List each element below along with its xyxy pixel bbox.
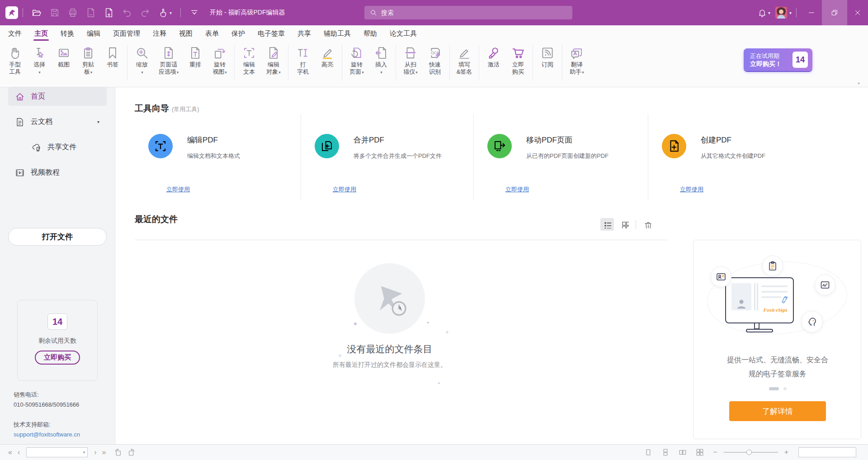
tool-translate-assistant[interactable]: 翻译 助手▾ xyxy=(565,44,589,76)
open-file-button[interactable]: 打开文件 xyxy=(8,228,107,246)
menu-item-paper-tools[interactable]: 论文工具 xyxy=(383,25,423,42)
minimize-button[interactable] xyxy=(801,0,822,25)
tool-reflow[interactable]: 重排 xyxy=(183,44,208,76)
menu-item-home[interactable]: 主页 xyxy=(28,25,54,42)
tool-quick-ocr[interactable]: 快速 识别 xyxy=(423,44,447,76)
tool-highlight[interactable]: 高亮 xyxy=(315,44,340,76)
tool-buy-now[interactable]: 立即 购买 xyxy=(506,44,530,76)
window-title: 开始 - 福昕高级PDF编辑器 xyxy=(210,9,285,17)
carousel-dot[interactable] xyxy=(783,387,787,390)
avatar[interactable] xyxy=(775,7,787,19)
insert-pages-icon[interactable] xyxy=(100,5,118,20)
tool-subscribe[interactable]: 订阅 xyxy=(535,44,560,76)
tool-typewriter[interactable]: 打 字机 xyxy=(291,44,315,76)
menu-item-help[interactable]: 帮助 xyxy=(357,25,383,42)
menu-item-form[interactable]: 表单 xyxy=(199,25,225,42)
sidebar-item-home[interactable]: 首页 xyxy=(8,87,107,106)
print-icon[interactable] xyxy=(64,5,82,20)
zoom-in-button[interactable]: + xyxy=(782,447,791,458)
tool-clipboard[interactable]: 剪贴 板▾ xyxy=(76,44,100,76)
menu-item-organize[interactable]: 页面管理 xyxy=(107,25,146,42)
list-view-button[interactable] xyxy=(600,218,614,231)
save-icon[interactable] xyxy=(46,5,64,20)
redo-icon[interactable] xyxy=(136,5,154,20)
trial-banner-button[interactable]: 正在试用期 立即购买！ 14 xyxy=(744,48,812,71)
zoom-percent-box[interactable] xyxy=(798,447,856,457)
delete-pages-icon[interactable] xyxy=(82,5,100,20)
tool-insert-pages xyxy=(374,46,388,60)
search-input[interactable] xyxy=(381,9,553,16)
next-page-button[interactable]: › xyxy=(91,447,99,458)
close-button[interactable] xyxy=(847,0,868,25)
facing-continuous-view-button[interactable] xyxy=(693,447,707,458)
open-file-icon[interactable] xyxy=(28,5,46,20)
menu-item-protect[interactable]: 保护 xyxy=(225,25,251,42)
sidebar-item-cloud-docs[interactable]: 云文档 ▾ xyxy=(8,113,107,131)
last-page-button[interactable]: » xyxy=(99,447,109,458)
use-now-link[interactable]: 立即使用 xyxy=(505,185,529,194)
menu-item-accessibility[interactable]: 辅助工具 xyxy=(317,25,357,42)
sidebar-item-home xyxy=(15,92,25,102)
tool-rotate-pages[interactable]: 旋转 页面▾ xyxy=(344,44,369,76)
use-now-link[interactable]: 立即使用 xyxy=(166,185,190,194)
previous-page-button[interactable]: ‹ xyxy=(15,447,23,458)
card-create-pdf[interactable]: 创建PDF 从其它格式文件创建PDF 立即使用 xyxy=(648,114,838,201)
tool-edit-object[interactable]: 编辑 对象▾ xyxy=(261,44,286,76)
grid-view-button[interactable] xyxy=(618,218,632,231)
tool-rotate-view[interactable]: 旋转 视图▾ xyxy=(208,44,232,76)
collapse-ribbon-icon[interactable] xyxy=(185,5,203,20)
first-page-button[interactable]: « xyxy=(5,447,15,458)
sidebar-item-video-tutorials[interactable]: 视频教程 xyxy=(8,163,107,182)
menu-item-edit[interactable]: 编辑 xyxy=(80,25,107,42)
chevron-down-icon[interactable]: ▾ xyxy=(789,10,792,15)
menu-item-comment[interactable]: 注释 xyxy=(146,25,173,42)
restore-button[interactable] xyxy=(822,0,847,25)
search-box[interactable] xyxy=(364,6,572,19)
continuous-view-button[interactable] xyxy=(659,447,672,458)
menu-item-file[interactable]: 文件 xyxy=(2,25,28,42)
learn-more-button[interactable]: 了解详情 xyxy=(729,401,826,421)
tool-insert-pages[interactable]: 插入 ▾ xyxy=(369,44,393,76)
rotate-right-button[interactable] xyxy=(125,447,138,458)
tool-fit-page-options[interactable]: 页面适 应选项▾ xyxy=(154,44,183,76)
menu-item-esign[interactable]: 电子签章 xyxy=(251,25,291,42)
support-email-link[interactable]: support@foxitsoftware.cn xyxy=(14,430,80,439)
empty-state-illustration xyxy=(354,263,425,334)
page-number-input[interactable]: ▾ xyxy=(26,447,88,457)
card-merge-pdf[interactable]: 合并PDF 将多个文件合并生成一个PDF文件 立即使用 xyxy=(301,114,473,201)
facing-view-button[interactable] xyxy=(676,447,689,458)
card-edit-pdf[interactable]: 编辑PDF 编辑文档和文本格式 立即使用 xyxy=(135,114,301,201)
buy-now-button[interactable]: 立即购买 xyxy=(35,351,80,365)
zoom-out-button[interactable]: − xyxy=(710,447,720,458)
single-page-view-button[interactable] xyxy=(642,447,655,458)
zoom-slider-handle[interactable] xyxy=(746,450,752,455)
chevron-down-icon[interactable]: ▾ xyxy=(97,119,99,124)
menu-item-convert[interactable]: 转换 xyxy=(54,25,80,42)
signature-pad-icon xyxy=(815,275,835,295)
chevron-down-icon[interactable]: ▾ xyxy=(83,450,85,455)
menu-item-view[interactable]: 视图 xyxy=(173,25,199,42)
use-now-link[interactable]: 立即使用 xyxy=(680,185,703,194)
tool-hand[interactable]: 手型 工具 xyxy=(3,44,27,76)
tool-edit-text[interactable]: 编辑 文本 xyxy=(237,44,261,76)
card-move-pdf-pages[interactable]: 移动PDF页面 从已有的PDF页面创建新的PDF 立即使用 xyxy=(473,114,648,201)
rotate-left-button[interactable] xyxy=(111,447,125,458)
app-logo[interactable] xyxy=(5,6,18,19)
tool-zoom[interactable]: 缩放 ▾ xyxy=(130,44,154,76)
tool-bookmark[interactable]: 书签 xyxy=(100,44,125,76)
scroll-up-icon[interactable]: ▲ xyxy=(857,81,861,85)
tool-activate[interactable]: 激活 xyxy=(481,44,506,76)
carousel-dot-active[interactable] xyxy=(769,387,779,390)
tool-fill-sign[interactable]: 填写 &签名 xyxy=(452,44,476,76)
notifications-bell-icon[interactable]: ▾ xyxy=(754,5,774,20)
undo-icon[interactable] xyxy=(118,5,136,20)
touch-mode-icon[interactable]: ▾ xyxy=(154,5,176,20)
sidebar-item-shared-files[interactable]: 共享文件 xyxy=(8,138,107,156)
tool-snapshot[interactable]: 截图 xyxy=(52,44,76,76)
tool-select[interactable]: 选择 ▾ xyxy=(27,44,52,76)
clear-recent-button[interactable] xyxy=(640,218,654,231)
menu-item-share[interactable]: 共享 xyxy=(291,25,317,42)
zoom-slider[interactable] xyxy=(724,449,778,455)
use-now-link[interactable]: 立即使用 xyxy=(333,185,356,194)
tool-from-scanner[interactable]: 从扫 描仪▾ xyxy=(398,44,423,76)
